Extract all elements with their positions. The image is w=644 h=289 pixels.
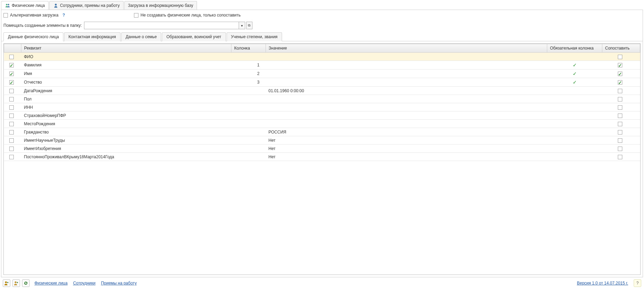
cell-sopost[interactable] bbox=[602, 87, 640, 95]
cell-sopost[interactable] bbox=[602, 153, 640, 161]
cell-sopost[interactable] bbox=[602, 136, 640, 144]
cell-sopost[interactable] bbox=[602, 53, 640, 61]
col-header-znachenie[interactable]: Значение bbox=[266, 44, 547, 53]
data-grid[interactable]: Реквизит Колонка Значение Обязательная к… bbox=[3, 43, 641, 275]
cell-rekvizit[interactable]: Имя bbox=[21, 69, 231, 78]
cell-znachenie[interactable]: Нет bbox=[266, 153, 547, 161]
cell-kolonka[interactable]: 1 bbox=[231, 61, 266, 69]
row-checkbox[interactable] bbox=[9, 147, 14, 151]
cell-znachenie[interactable] bbox=[266, 111, 547, 120]
sub-tab-3[interactable]: Образование, воинский учет bbox=[162, 32, 226, 41]
cell-kolonka[interactable] bbox=[231, 128, 266, 136]
sopost-checkbox[interactable] bbox=[618, 89, 622, 93]
table-row[interactable]: ИНН bbox=[4, 103, 640, 111]
sub-tab-4[interactable]: Ученые степени, звания bbox=[227, 32, 282, 41]
table-row[interactable]: СтраховойНомерПФР bbox=[4, 111, 640, 120]
alt-load-checkbox[interactable] bbox=[3, 13, 8, 18]
cell-kolonka[interactable] bbox=[231, 103, 266, 111]
col-header-kolonka[interactable]: Колонка bbox=[231, 44, 266, 53]
col-header-rekvizit[interactable]: Реквизит bbox=[21, 44, 231, 53]
sopost-checkbox[interactable] bbox=[618, 147, 622, 151]
footer-link-1[interactable]: Сотрудники bbox=[73, 281, 95, 286]
row-checkbox[interactable] bbox=[9, 122, 14, 126]
cell-znachenie[interactable]: РОССИЯ bbox=[266, 128, 547, 136]
folder-open-button[interactable]: ⧉ bbox=[246, 22, 252, 29]
folder-input[interactable] bbox=[84, 22, 239, 29]
cell-sopost[interactable] bbox=[602, 95, 640, 103]
table-row[interactable]: МестоРождения bbox=[4, 120, 640, 128]
cell-znachenie[interactable] bbox=[266, 53, 547, 61]
help-icon[interactable]: ? bbox=[63, 13, 65, 18]
cell-rekvizit[interactable]: ИНН bbox=[21, 103, 231, 111]
cell-sopost[interactable] bbox=[602, 128, 640, 136]
sopost-checkbox[interactable] bbox=[618, 130, 622, 135]
sub-tab-2[interactable]: Данные о семье bbox=[121, 32, 162, 41]
sub-tab-0[interactable]: Данные физического лица bbox=[3, 32, 63, 41]
col-header-sopost[interactable]: Сопоставить bbox=[602, 44, 640, 53]
table-row[interactable]: ИмеетИзобретенияНет bbox=[4, 144, 640, 153]
row-checkbox[interactable] bbox=[9, 114, 14, 118]
refresh-button[interactable] bbox=[22, 279, 30, 287]
cell-znachenie[interactable] bbox=[266, 103, 547, 111]
cell-rekvizit[interactable]: Пол bbox=[21, 95, 231, 103]
table-row[interactable]: ПостоянноПроживалВКрыму18Марта2014ГодаНе… bbox=[4, 153, 640, 161]
cell-znachenie[interactable]: Нет bbox=[266, 136, 547, 144]
cell-sopost[interactable]: ✓ bbox=[602, 78, 640, 87]
cell-kolonka[interactable] bbox=[231, 87, 266, 95]
cell-kolonka[interactable] bbox=[231, 120, 266, 128]
cell-rekvizit[interactable]: ДатаРождения bbox=[21, 87, 231, 95]
cell-rekvizit[interactable]: СтраховойНомерПФР bbox=[21, 111, 231, 120]
sopost-checkbox[interactable] bbox=[618, 55, 622, 59]
sopost-checkbox[interactable]: ✓ bbox=[618, 72, 622, 76]
cell-rekvizit[interactable]: Отчество bbox=[21, 78, 231, 87]
sopost-checkbox[interactable] bbox=[618, 155, 622, 159]
cell-rekvizit[interactable]: Фамилия bbox=[21, 61, 231, 69]
cell-rekvizit[interactable]: ФИО bbox=[21, 53, 231, 61]
row-checkbox[interactable] bbox=[9, 138, 14, 143]
cell-kolonka[interactable] bbox=[231, 153, 266, 161]
footer-btn-2[interactable] bbox=[12, 279, 20, 287]
folder-dropdown-button[interactable]: ▾ bbox=[239, 22, 245, 29]
main-tab-2[interactable]: Загрузка в информационную базу bbox=[124, 1, 197, 10]
footer-link-0[interactable]: Физические лица bbox=[34, 281, 67, 286]
cell-rekvizit[interactable]: ПостоянноПроживалВКрыму18Марта2014Года bbox=[21, 153, 231, 161]
sopost-checkbox[interactable] bbox=[618, 114, 622, 118]
cell-sopost[interactable] bbox=[602, 103, 640, 111]
footer-btn-1[interactable] bbox=[3, 279, 10, 287]
table-row[interactable]: ✓Имя2✓✓ bbox=[4, 69, 640, 78]
cell-kolonka[interactable] bbox=[231, 144, 266, 153]
cell-znachenie[interactable] bbox=[266, 95, 547, 103]
sopost-checkbox[interactable] bbox=[618, 97, 622, 101]
cell-sopost[interactable] bbox=[602, 111, 640, 120]
main-tab-0[interactable]: Физические лица bbox=[1, 1, 49, 10]
cell-rekvizit[interactable]: ИмеетИзобретения bbox=[21, 144, 231, 153]
table-row[interactable]: ДатаРождения01.01.1960 0:00:00 bbox=[4, 87, 640, 95]
row-checkbox[interactable]: ✓ bbox=[9, 63, 14, 67]
footer-help-button[interactable]: ? bbox=[634, 279, 641, 287]
no-create-checkbox[interactable] bbox=[134, 13, 138, 18]
row-checkbox[interactable]: ✓ bbox=[9, 80, 14, 85]
table-row[interactable]: ИмеетНаучныеТрудыНет bbox=[4, 136, 640, 144]
cell-znachenie[interactable]: Нет bbox=[266, 144, 547, 153]
row-checkbox[interactable]: ✓ bbox=[9, 72, 14, 76]
cell-kolonka[interactable] bbox=[231, 53, 266, 61]
cell-rekvizit[interactable]: МестоРождения bbox=[21, 120, 231, 128]
cell-kolonka[interactable] bbox=[231, 111, 266, 120]
cell-znachenie[interactable] bbox=[266, 69, 547, 78]
row-checkbox[interactable] bbox=[9, 105, 14, 110]
cell-znachenie[interactable] bbox=[266, 61, 547, 69]
col-header-checkbox[interactable] bbox=[4, 44, 21, 53]
cell-znachenie[interactable] bbox=[266, 120, 547, 128]
col-header-oblig[interactable]: Обязательная колонка bbox=[547, 44, 602, 53]
sopost-checkbox[interactable] bbox=[618, 138, 622, 143]
cell-kolonka[interactable] bbox=[231, 95, 266, 103]
row-checkbox[interactable] bbox=[9, 89, 14, 93]
cell-kolonka[interactable]: 3 bbox=[231, 78, 266, 87]
cell-znachenie[interactable]: 01.01.1960 0:00:00 bbox=[266, 87, 547, 95]
sub-tab-1[interactable]: Контактная информация bbox=[64, 32, 121, 41]
table-row[interactable]: ✓Фамилия1✓✓ bbox=[4, 61, 640, 69]
sopost-checkbox[interactable]: ✓ bbox=[618, 80, 622, 85]
cell-sopost[interactable] bbox=[602, 120, 640, 128]
table-row[interactable]: ФИО bbox=[4, 53, 640, 61]
cell-sopost[interactable] bbox=[602, 144, 640, 153]
